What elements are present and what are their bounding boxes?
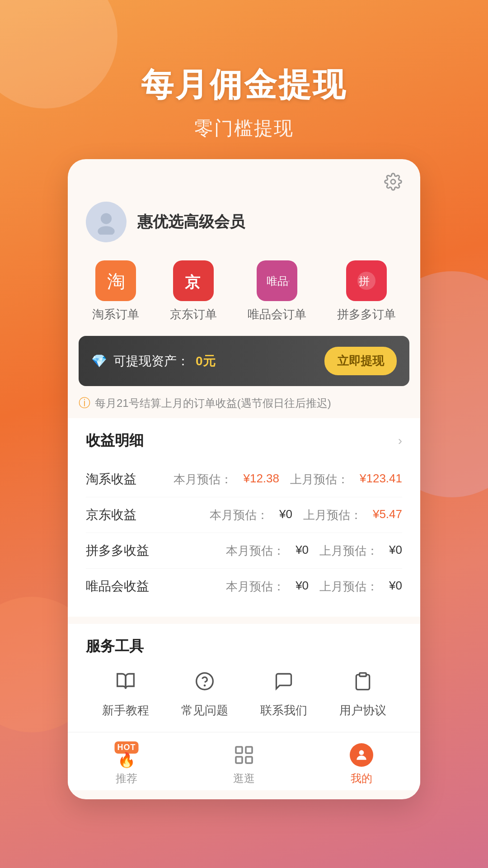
settings-icon[interactable] <box>384 173 404 193</box>
hot-flame-icon: 🔥 <box>117 751 136 769</box>
earning-name-jd: 京东收益 <box>86 506 210 524</box>
svg-text:唯品会: 唯品会 <box>267 275 289 287</box>
diamond-icon: 💎 <box>91 354 107 368</box>
svg-rect-14 <box>246 757 252 763</box>
earning-name-taobao: 淘系收益 <box>86 471 174 488</box>
service-section: 服务工具 新手教程 <box>68 624 420 732</box>
user-profile: 惠优选高级会员 <box>68 197 420 256</box>
vip-last-label: 上月预估： <box>319 579 378 594</box>
earning-row-pdd: 拼多多收益 本月预估： ¥0 上月预估： ¥0 <box>86 533 402 569</box>
jd-last-value: ¥5.47 <box>373 507 402 523</box>
phone-card: 惠优选高级会员 淘 淘系订单 京 <box>68 159 420 799</box>
pinduoduo-label: 拼多多订单 <box>337 307 396 322</box>
service-item-contact[interactable]: 联系我们 <box>260 665 307 718</box>
earning-name-vip: 唯品会收益 <box>86 578 226 595</box>
agreement-label: 用户协议 <box>339 703 386 718</box>
browse-icon-container <box>230 741 258 769</box>
browse-label: 逛逛 <box>233 771 255 786</box>
quick-menu: 淘 淘系订单 京 京东订单 <box>68 256 420 336</box>
vipshop-label: 唯品会订单 <box>248 307 306 322</box>
svg-text:京: 京 <box>185 274 201 291</box>
jd-current-label: 本月预估： <box>210 507 268 523</box>
service-item-agreement[interactable]: 用户协议 <box>339 665 386 718</box>
withdraw-text: 可提现资产： <box>113 353 189 370</box>
taobao-current-value: ¥12.38 <box>243 472 279 487</box>
svg-rect-13 <box>236 757 242 763</box>
taobao-icon: 淘 <box>95 260 136 301</box>
book-icon <box>110 665 141 697</box>
svg-rect-10 <box>359 673 366 676</box>
svg-rect-11 <box>236 747 242 753</box>
vip-last-value: ¥0 <box>389 579 402 594</box>
recommend-label: 推荐 <box>116 771 137 786</box>
svg-rect-12 <box>246 747 252 753</box>
sub-title: 零门槛提现 <box>141 116 347 141</box>
bottom-nav: HOT 🔥 推荐 <box>68 732 420 790</box>
jd-icon: 京 <box>173 260 214 301</box>
nav-item-my[interactable]: 我的 <box>303 741 420 786</box>
withdraw-left: 💎 可提现资产： 0元 <box>91 353 216 370</box>
jd-current-value: ¥0 <box>279 507 292 523</box>
main-title: 每月佣金提现 <box>141 63 347 107</box>
earning-name-pdd: 拼多多收益 <box>86 542 226 559</box>
service-tools-grid: 新手教程 常见问题 <box>86 665 402 718</box>
clipboard-icon <box>347 665 379 697</box>
vipshop-icon: 唯品会 <box>257 260 297 301</box>
my-label: 我的 <box>351 771 372 786</box>
svg-point-0 <box>391 179 395 184</box>
withdraw-banner: 💎 可提现资产： 0元 立即提现 <box>79 336 409 386</box>
earnings-arrow: › <box>398 434 402 448</box>
svg-point-1 <box>101 213 112 224</box>
service-title: 服务工具 <box>86 637 402 656</box>
taobao-last-value: ¥123.41 <box>360 472 402 487</box>
pinduoduo-icon: 拼 <box>346 260 387 301</box>
quick-item-vipshop[interactable]: 唯品会 唯品会订单 <box>248 260 306 322</box>
taobao-current-label: 本月预估： <box>174 472 232 487</box>
nav-item-browse[interactable]: 逛逛 <box>185 741 303 786</box>
svg-point-15 <box>359 750 364 755</box>
taobao-label: 淘系订单 <box>92 307 139 322</box>
earnings-title: 收益明细 <box>86 431 144 451</box>
avatar <box>86 202 127 242</box>
jd-label: 京东订单 <box>170 307 217 322</box>
card-top-bar <box>68 159 420 197</box>
pdd-last-value: ¥0 <box>389 543 402 559</box>
earning-row-taobao: 淘系收益 本月预估： ¥12.38 上月预估： ¥123.41 <box>86 462 402 497</box>
service-item-tutorial[interactable]: 新手教程 <box>102 665 149 718</box>
svg-point-2 <box>98 226 114 235</box>
withdraw-amount: 0元 <box>196 353 216 370</box>
svg-text:淘: 淘 <box>107 271 125 292</box>
chat-icon <box>268 665 300 697</box>
header-section: 每月佣金提现 零门槛提现 <box>141 0 347 159</box>
pdd-current-value: ¥0 <box>296 543 309 559</box>
vip-current-label: 本月预估： <box>226 579 285 594</box>
hot-icon-container: HOT 🔥 <box>113 741 140 769</box>
earnings-header[interactable]: 收益明细 › <box>86 431 402 451</box>
vip-current-value: ¥0 <box>296 579 309 594</box>
earning-row-vip: 唯品会收益 本月预估： ¥0 上月预估： ¥0 <box>86 569 402 604</box>
user-name: 惠优选高级会员 <box>137 212 245 232</box>
service-item-faq[interactable]: 常见问题 <box>181 665 228 718</box>
notice-icon: ⓘ <box>79 395 90 411</box>
pdd-last-label: 上月预估： <box>319 543 378 559</box>
nav-item-recommend[interactable]: HOT 🔥 推荐 <box>68 741 185 786</box>
quick-item-pinduoduo[interactable]: 拼 拼多多订单 <box>337 260 396 322</box>
taobao-last-label: 上月预估： <box>290 472 349 487</box>
withdraw-button[interactable]: 立即提现 <box>324 347 397 375</box>
pdd-current-label: 本月预估： <box>226 543 285 559</box>
svg-text:拼: 拼 <box>359 275 370 287</box>
earning-row-jd: 京东收益 本月预估： ¥0 上月预估： ¥5.47 <box>86 497 402 533</box>
earnings-section: 收益明细 › 淘系收益 本月预估： ¥12.38 上月预估： ¥123.41 京… <box>68 418 420 617</box>
tutorial-label: 新手教程 <box>102 703 149 718</box>
my-icon-container <box>348 741 375 769</box>
faq-label: 常见问题 <box>181 703 228 718</box>
notice-bar: ⓘ 每月21号结算上月的订单收益(遇节假日往后推迟) <box>79 395 409 411</box>
question-icon <box>189 665 221 697</box>
svg-point-8 <box>196 673 213 690</box>
quick-item-taobao[interactable]: 淘 淘系订单 <box>92 260 139 322</box>
contact-label: 联系我们 <box>260 703 307 718</box>
jd-last-label: 上月预估： <box>303 507 362 523</box>
notice-text: 每月21号结算上月的订单收益(遇节假日往后推迟) <box>95 396 331 410</box>
quick-item-jd[interactable]: 京 京东订单 <box>170 260 217 322</box>
